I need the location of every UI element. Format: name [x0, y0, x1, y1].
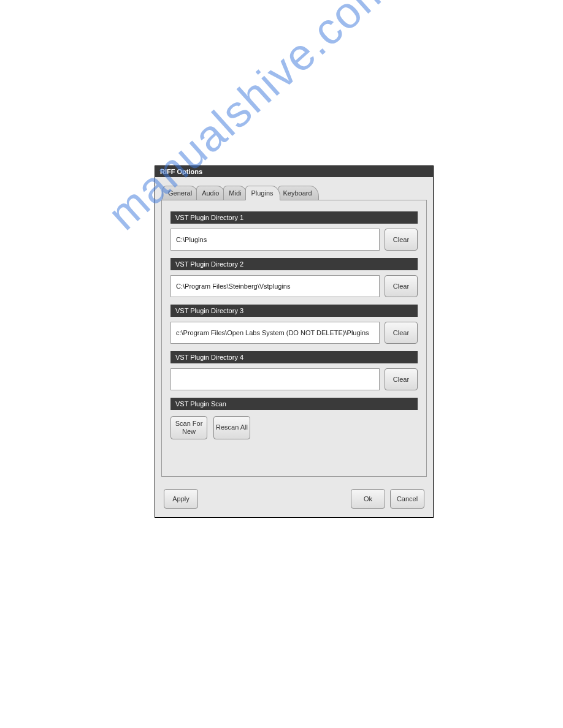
tab-general[interactable]: General: [163, 186, 199, 200]
section-header-dir1: VST Plugin Directory 1: [170, 211, 418, 224]
section-header-dir4: VST Plugin Directory 4: [170, 351, 418, 363]
dir-row-3: Clear: [170, 317, 418, 351]
section-header-scan: VST Plugin Scan: [170, 398, 418, 410]
button-spacer: [203, 489, 346, 509]
dialog-button-row: Apply Ok Cancel: [155, 483, 433, 517]
clear-dir-2-button[interactable]: Clear: [385, 275, 418, 297]
clear-dir-3-button[interactable]: Clear: [385, 322, 418, 344]
dir-row-4: Clear: [170, 363, 418, 398]
tab-strip: General Audio Midi Plugins Keyboard: [163, 186, 433, 200]
clear-dir-1-button[interactable]: Clear: [385, 229, 418, 251]
options-dialog: RIFF Options General Audio Midi Plugins …: [155, 165, 434, 518]
tab-audio[interactable]: Audio: [196, 186, 226, 200]
scan-for-new-button[interactable]: Scan For New: [170, 416, 207, 439]
clear-dir-4-button[interactable]: Clear: [385, 368, 418, 390]
tab-body-plugins: VST Plugin Directory 1 Clear VST Plugin …: [161, 200, 427, 477]
vst-dir-2-input[interactable]: [170, 275, 380, 297]
cancel-button[interactable]: Cancel: [390, 489, 424, 509]
vst-dir-3-input[interactable]: [170, 322, 380, 344]
ok-button[interactable]: Ok: [351, 489, 385, 509]
dir-row-1: Clear: [170, 224, 418, 258]
vst-dir-4-input[interactable]: [170, 368, 380, 390]
vst-dir-1-input[interactable]: [170, 229, 380, 251]
section-header-dir3: VST Plugin Directory 3: [170, 305, 418, 317]
window-title: RIFF Options: [160, 168, 202, 175]
dir-row-2: Clear: [170, 270, 418, 305]
tab-midi[interactable]: Midi: [223, 186, 248, 200]
window-title-bar: RIFF Options: [155, 166, 433, 177]
apply-button[interactable]: Apply: [164, 489, 198, 509]
rescan-all-button[interactable]: Rescan All: [213, 416, 250, 439]
scan-row: Scan For New Rescan All: [170, 410, 418, 439]
section-header-dir2: VST Plugin Directory 2: [170, 258, 418, 270]
tab-keyboard[interactable]: Keyboard: [278, 186, 319, 200]
tab-plugins[interactable]: Plugins: [245, 186, 280, 200]
